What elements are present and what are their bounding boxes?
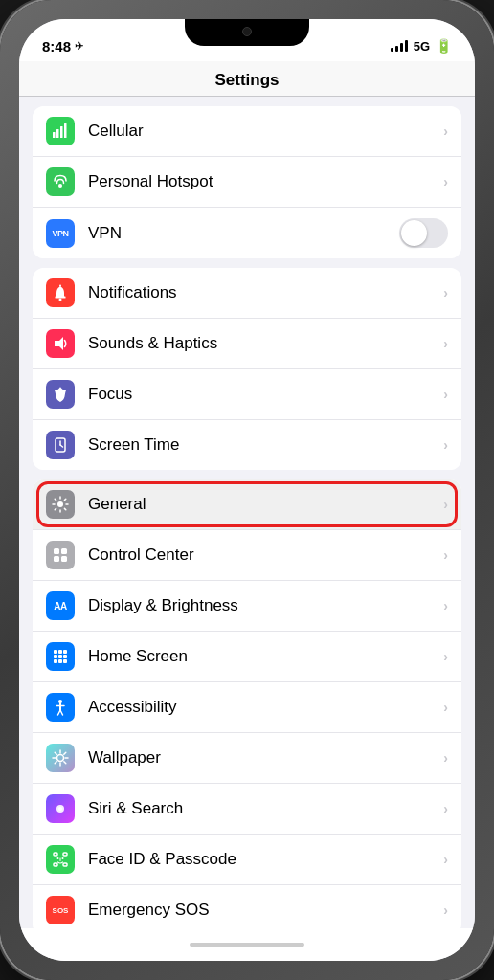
signal-bar-2 [395,46,398,52]
focus-label: Focus [88,385,443,404]
screen-time-icon [46,431,75,459]
time-display: 8:48 [42,38,71,55]
screen-time-chevron: › [443,437,448,453]
wallpaper-chevron: › [443,750,448,766]
settings-item-focus[interactable]: Focus › [33,369,461,420]
settings-item-personal-hotspot[interactable]: Personal Hotspot › [33,157,461,208]
settings-item-sounds-haptics[interactable]: Sounds & Haptics › [33,319,461,369]
accessibility-icon [46,693,75,722]
emergency-sos-right: › [443,902,448,918]
svg-line-11 [60,445,63,447]
vpn-label: VPN [88,224,399,243]
svg-rect-0 [53,132,56,138]
control-center-label: Control Center [88,546,443,565]
settings-item-face-id[interactable]: Face ID & Passcode › [33,835,461,885]
screen-time-right: › [443,437,448,453]
svg-rect-5 [56,297,66,299]
settings-content[interactable]: Cellular › Personal Hotspot [19,97,475,928]
sounds-right: › [443,336,448,351]
screen-time-label: Screen Time [88,435,443,455]
svg-rect-17 [54,650,57,654]
svg-rect-1 [56,129,59,138]
svg-rect-44 [54,863,57,866]
svg-line-39 [55,762,56,764]
phone-frame: 8:48 ✈ 5G 🔋 Settings [0,0,494,980]
svg-marker-8 [55,337,63,350]
home-indicator [190,943,304,947]
hotspot-label: Personal Hotspot [88,172,443,191]
vpn-toggle[interactable] [399,218,448,248]
network-type: 5G [414,39,430,54]
svg-line-30 [60,710,63,715]
settings-item-siri-search[interactable]: Siri & Search › [33,784,461,835]
wallpaper-label: Wallpaper [88,748,443,768]
settings-item-vpn[interactable]: VPN VPN [33,208,461,258]
settings-item-accessibility[interactable]: Accessibility › [33,682,461,733]
signal-bars [391,40,408,52]
accessibility-label: Accessibility [88,698,443,717]
svg-rect-42 [54,853,57,856]
svg-point-6 [59,299,62,301]
emergency-sos-label: Emergency SOS [88,901,443,920]
wallpaper-icon [46,744,75,772]
settings-item-display-brightness[interactable]: AA Display & Brightness › [33,581,461,632]
settings-item-control-center[interactable]: Control Center › [33,530,461,581]
camera-dot [242,27,252,36]
face-id-chevron: › [443,852,448,867]
svg-rect-20 [54,655,57,658]
signal-bar-1 [391,48,393,52]
svg-rect-23 [54,659,57,663]
settings-item-cellular[interactable]: Cellular › [33,106,461,157]
face-id-icon [46,845,75,874]
display-brightness-right: › [443,598,448,613]
settings-item-wallpaper[interactable]: Wallpaper › [33,733,461,784]
svg-point-31 [57,755,64,762]
svg-rect-24 [58,659,62,663]
svg-point-4 [58,184,62,188]
hotspot-chevron: › [443,174,448,189]
status-bar: 8:48 ✈ 5G 🔋 [19,19,475,61]
navigation-bar: Settings [19,61,475,97]
control-center-right: › [443,547,448,563]
display-brightness-label: Display & Brightness [88,596,443,615]
svg-rect-14 [61,548,67,554]
signal-bar-4 [405,40,408,52]
wallpaper-right: › [443,750,448,766]
cellular-chevron: › [443,123,448,139]
svg-line-38 [64,752,66,754]
notifications-right: › [443,285,448,301]
cellular-right: › [443,123,448,139]
svg-rect-7 [59,285,61,287]
signal-bar-3 [400,43,403,52]
vpn-right [399,218,448,248]
settings-item-general[interactable]: General › [33,479,461,530]
accessibility-right: › [443,700,448,715]
general-icon [46,490,75,519]
svg-rect-45 [63,863,67,866]
settings-item-emergency-sos[interactable]: SOS Emergency SOS › [33,885,461,928]
settings-group-display: General › Control Center [33,479,461,928]
notifications-icon [46,278,75,307]
face-id-label: Face ID & Passcode [88,850,443,869]
home-screen-right: › [443,649,448,664]
svg-line-37 [64,762,66,764]
svg-rect-43 [63,853,67,856]
display-brightness-chevron: › [443,598,448,613]
general-chevron: › [443,497,448,512]
focus-icon [46,380,75,409]
settings-item-screen-time[interactable]: Screen Time › [33,420,461,470]
status-bar-right: 5G 🔋 [391,38,452,54]
display-brightness-icon: AA [46,591,75,620]
general-label: General [88,495,443,514]
vpn-toggle-thumb [401,220,427,246]
settings-item-home-screen[interactable]: Home Screen › [33,632,461,682]
svg-rect-13 [54,548,59,554]
home-screen-label: Home Screen [88,647,443,666]
svg-rect-3 [64,123,67,138]
settings-item-notifications[interactable]: Notifications › [33,268,461,319]
notifications-chevron: › [443,285,448,301]
svg-rect-16 [61,556,67,562]
accessibility-chevron: › [443,700,448,715]
svg-rect-2 [60,126,63,138]
battery-icon: 🔋 [436,38,452,54]
